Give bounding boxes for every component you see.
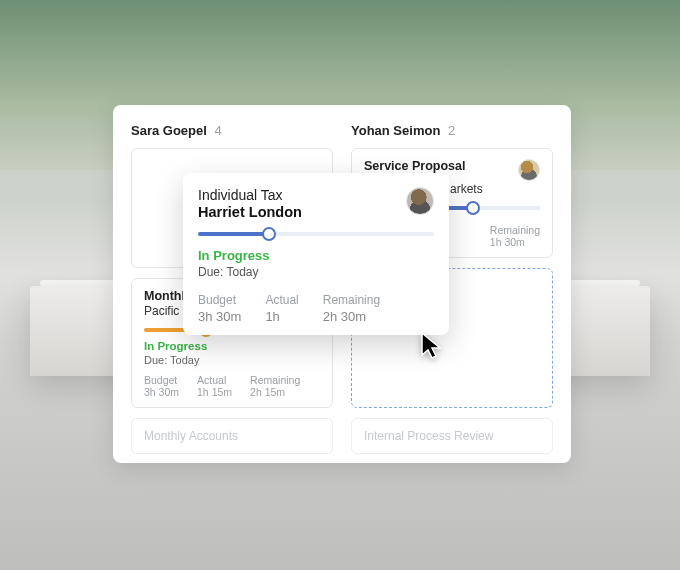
metric-value: 1h 15m <box>197 386 232 398</box>
ghost-title: Internal Process Review <box>364 429 493 443</box>
ghost-title: Monthly Accounts <box>144 429 238 443</box>
metric-value: 2h 30m <box>323 309 380 324</box>
avatar <box>406 187 434 215</box>
card-ghost-left[interactable]: Monthly Accounts <box>131 418 333 454</box>
avatar <box>518 159 540 181</box>
metric-label: Budget <box>144 374 179 386</box>
detail-status: In Progress <box>198 248 434 263</box>
detail-name: Harriet London <box>198 204 302 220</box>
detail-due: Due: Today <box>198 265 434 279</box>
column-header: Yohan Seimon 2 <box>351 123 553 138</box>
metric-label: Budget <box>198 293 241 307</box>
metric-label: Actual <box>265 293 298 307</box>
detail-title: Individual Tax <box>198 187 302 203</box>
card-due: Due: Today <box>144 354 320 366</box>
column-header: Sara Goepel 4 <box>131 123 333 138</box>
card-status: In Progress <box>144 340 320 352</box>
card-title: Service Proposal <box>364 159 465 173</box>
card-detail-popover[interactable]: Individual Tax Harriet London In Progres… <box>183 173 449 335</box>
column-count: 2 <box>448 123 455 138</box>
column-count: 4 <box>215 123 222 138</box>
metric-label: Remaining <box>490 224 540 236</box>
metric-value: 3h 30m <box>144 386 179 398</box>
card-ghost-right[interactable]: Internal Process Review <box>351 418 553 454</box>
progress-bar[interactable] <box>198 232 434 236</box>
metric-value: 2h 15m <box>250 386 285 398</box>
metric-value: 3h 30m <box>198 309 241 324</box>
column-name: Yohan Seimon <box>351 123 440 138</box>
detail-metrics: Budget 3h 30m Actual 1h Remaining 2h 30m <box>198 293 434 324</box>
card-metrics: Budget 3h 30m Actual 1h 15m Remaining 2h… <box>144 374 320 398</box>
metric-value: 1h 30m <box>490 236 525 248</box>
metric-label: Remaining <box>323 293 380 307</box>
column-name: Sara Goepel <box>131 123 207 138</box>
metric-value: 1h <box>265 309 298 324</box>
metric-label: Actual <box>197 374 232 386</box>
metric-label: Remaining <box>250 374 300 386</box>
